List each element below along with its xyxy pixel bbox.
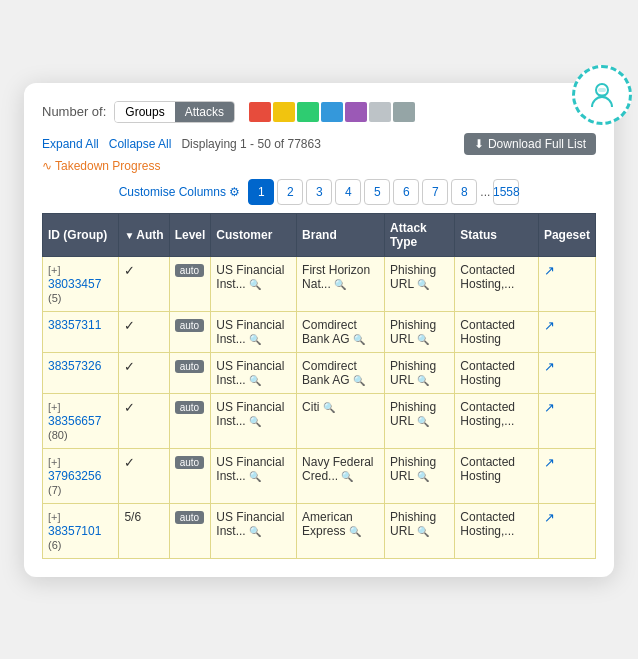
cell-status: Contacted Hosting: [455, 448, 539, 503]
col-attack-type: Attack Type: [385, 213, 455, 256]
search-icon[interactable]: 🔍: [349, 526, 361, 537]
takedown-row: ∿ Takedown Progress: [42, 159, 596, 173]
groups-toggle[interactable]: Groups: [115, 102, 174, 122]
table-row: [+] 38356657 (80) ✓ auto US Financial In…: [43, 393, 596, 448]
external-link-icon[interactable]: ↗: [544, 510, 555, 525]
check-icon: ✓: [124, 263, 135, 278]
cell-pageset: ↗: [538, 256, 595, 311]
id-link[interactable]: 38357101: [48, 524, 101, 538]
cell-status: Contacted Hosting,...: [455, 256, 539, 311]
cell-customer: US Financial Inst... 🔍: [211, 256, 297, 311]
collapse-all-link[interactable]: Collapse All: [109, 137, 172, 151]
cell-pageset: ↗: [538, 352, 595, 393]
search-icon[interactable]: 🔍: [353, 334, 365, 345]
cell-auth: ✓: [119, 393, 169, 448]
id-link[interactable]: 37963256: [48, 469, 101, 483]
cell-customer: US Financial Inst... 🔍: [211, 393, 297, 448]
id-link[interactable]: 38033457: [48, 277, 101, 291]
check-icon: ✓: [124, 400, 135, 415]
color-green: [297, 102, 319, 122]
cell-id: 38357326: [43, 352, 119, 393]
page-4-button[interactable]: 4: [335, 179, 361, 205]
displaying-text: Displaying 1 - 50 of 77863: [181, 137, 320, 151]
search-icon[interactable]: 🔍: [249, 526, 261, 537]
search-icon[interactable]: 🔍: [417, 375, 429, 386]
search-icon[interactable]: 🔍: [249, 334, 261, 345]
cell-attack-type: Phishing URL 🔍: [385, 448, 455, 503]
page-3-button[interactable]: 3: [306, 179, 332, 205]
cell-auth: ✓: [119, 311, 169, 352]
number-of-label: Number of:: [42, 104, 106, 119]
cell-brand: Comdirect Bank AG 🔍: [297, 311, 385, 352]
search-icon[interactable]: 🔍: [249, 416, 261, 427]
external-link-icon[interactable]: ↗: [544, 400, 555, 415]
takedown-progress-link[interactable]: ∿ Takedown Progress: [42, 159, 596, 173]
auto-badge: auto: [175, 456, 204, 469]
settings-icon: ⚙: [229, 185, 240, 199]
search-icon[interactable]: 🔍: [323, 402, 335, 413]
download-button[interactable]: ⬇ Download Full List: [464, 133, 596, 155]
external-link-icon[interactable]: ↗: [544, 263, 555, 278]
expand-plus[interactable]: [+]: [48, 456, 61, 468]
external-link-icon[interactable]: ↗: [544, 455, 555, 470]
search-icon[interactable]: 🔍: [417, 279, 429, 290]
page-last-button[interactable]: 1558: [493, 179, 519, 205]
download-icon: ⬇: [474, 137, 484, 151]
external-link-icon[interactable]: ↗: [544, 359, 555, 374]
col-brand: Brand: [297, 213, 385, 256]
id-link[interactable]: 38357326: [48, 359, 101, 373]
check-icon: ✓: [124, 455, 135, 470]
page-5-button[interactable]: 5: [364, 179, 390, 205]
page-dots: ...: [480, 185, 490, 199]
customise-columns-link[interactable]: Customise Columns ⚙: [119, 185, 241, 199]
id-link[interactable]: 38357311: [48, 318, 101, 332]
cell-brand: Navy Federal Cred... 🔍: [297, 448, 385, 503]
page-7-button[interactable]: 7: [422, 179, 448, 205]
page-8-button[interactable]: 8: [451, 179, 477, 205]
expand-plus[interactable]: [+]: [48, 511, 61, 523]
color-bar: [249, 102, 415, 122]
cell-level: auto: [169, 311, 211, 352]
search-icon[interactable]: 🔍: [341, 471, 353, 482]
search-icon[interactable]: 🔍: [334, 279, 346, 290]
id-link[interactable]: 38356657: [48, 414, 101, 428]
search-icon[interactable]: 🔍: [249, 471, 261, 482]
table-row: 38357326 ✓ auto US Financial Inst... 🔍 C…: [43, 352, 596, 393]
col-status: Status: [455, 213, 539, 256]
table-row: [+] 37963256 (7) ✓ auto US Financial Ins…: [43, 448, 596, 503]
page-1-button[interactable]: 1: [248, 179, 274, 205]
cell-customer: US Financial Inst... 🔍: [211, 448, 297, 503]
cell-pageset: ↗: [538, 393, 595, 448]
cell-brand: American Express 🔍: [297, 503, 385, 558]
cell-brand: Citi 🔍: [297, 393, 385, 448]
search-icon[interactable]: 🔍: [417, 526, 429, 537]
search-icon[interactable]: 🔍: [249, 375, 261, 386]
cell-id: 38357311: [43, 311, 119, 352]
search-icon[interactable]: 🔍: [353, 375, 365, 386]
rss-icon: ∿: [42, 159, 52, 173]
col-customer: Customer: [211, 213, 297, 256]
cell-auth: 5/6: [119, 503, 169, 558]
cell-level: auto: [169, 503, 211, 558]
main-card: Number of: Groups Attacks Expand All Col…: [24, 83, 614, 577]
color-yellow: [273, 102, 295, 122]
external-link-icon[interactable]: ↗: [544, 318, 555, 333]
expand-plus[interactable]: [+]: [48, 264, 61, 276]
expand-all-link[interactable]: Expand All: [42, 137, 99, 151]
customise-pagination-row: Customise Columns ⚙ 1 2 3 4 5 6 7 8 ... …: [42, 179, 596, 205]
page-6-button[interactable]: 6: [393, 179, 419, 205]
cell-status: Contacted Hosting,...: [455, 503, 539, 558]
expand-plus[interactable]: [+]: [48, 401, 61, 413]
cell-id: [+] 38357101 (6): [43, 503, 119, 558]
cell-level: auto: [169, 352, 211, 393]
search-icon[interactable]: 🔍: [249, 279, 261, 290]
search-icon[interactable]: 🔍: [417, 471, 429, 482]
col-auth: ▼Auth: [119, 213, 169, 256]
page-2-button[interactable]: 2: [277, 179, 303, 205]
left-controls: Expand All Collapse All Displaying 1 - 5…: [42, 137, 321, 151]
hacker-icon: [572, 65, 632, 125]
attacks-toggle[interactable]: Attacks: [175, 102, 234, 122]
search-icon[interactable]: 🔍: [417, 416, 429, 427]
search-icon[interactable]: 🔍: [417, 334, 429, 345]
cell-level: auto: [169, 256, 211, 311]
